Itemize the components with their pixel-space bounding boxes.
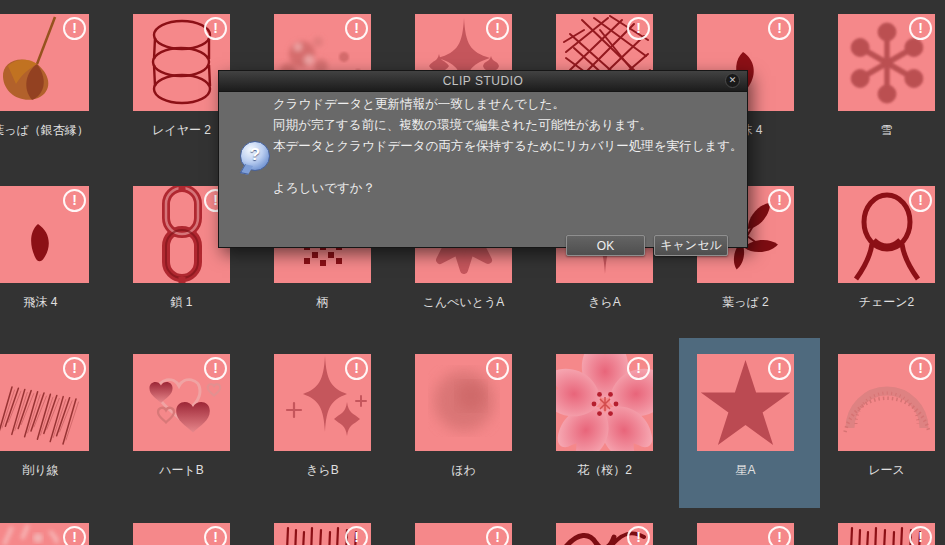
message-line: 本データとクラウドデータの両方を保持するためにリカバリー処理を実行します。	[273, 136, 743, 157]
material-thumbnail[interactable]: !	[838, 354, 935, 451]
warning-exclamation-icon: !	[627, 357, 650, 380]
material-label: 星A	[697, 462, 794, 479]
message-line	[273, 157, 743, 178]
warning-exclamation-icon: !	[63, 526, 86, 545]
material-cell[interactable]: !飛沫 4	[0, 170, 115, 340]
dialog-titlebar[interactable]: CLIP STUDIO ✕	[219, 71, 747, 92]
material-thumbnail[interactable]: !	[838, 14, 935, 111]
material-thumbnail[interactable]: !	[697, 354, 794, 451]
warning-exclamation-icon: !	[63, 357, 86, 380]
material-cell[interactable]: !	[538, 507, 679, 545]
material-label: チェーン2	[838, 294, 935, 311]
warning-exclamation-icon: !	[486, 526, 509, 545]
message-line: よろしいですか？	[273, 178, 743, 199]
material-label: 鎖 1	[133, 294, 230, 311]
material-cell[interactable]: !	[0, 507, 115, 545]
material-thumbnail[interactable]: !	[838, 523, 935, 545]
material-thumbnail[interactable]: !	[133, 354, 230, 451]
warning-exclamation-icon: !	[768, 357, 791, 380]
material-thumbnail[interactable]: !	[556, 523, 653, 545]
close-button[interactable]: ✕	[725, 73, 740, 88]
material-label: 葉っぱ（銀杏縁）	[0, 122, 89, 139]
warning-exclamation-icon: !	[768, 17, 791, 40]
material-cell[interactable]: !	[256, 507, 397, 545]
warning-exclamation-icon: !	[204, 526, 227, 545]
material-label: 柄	[274, 294, 371, 311]
material-thumbnail[interactable]: !	[133, 14, 230, 111]
material-thumbnail[interactable]: !	[133, 186, 230, 283]
warning-exclamation-icon: !	[768, 189, 791, 212]
material-thumbnail[interactable]: !	[274, 354, 371, 451]
dialog-title: CLIP STUDIO	[443, 74, 524, 88]
material-cell[interactable]: !ほわ	[397, 338, 538, 508]
material-cell[interactable]: !葉っぱ（銀杏縁）	[0, 0, 115, 168]
material-thumbnail[interactable]: !	[415, 523, 512, 545]
material-label: 雪	[838, 122, 935, 139]
material-label: レイヤー 2	[133, 122, 230, 139]
material-label: 葉っぱ 2	[697, 294, 794, 311]
material-label: 飛沫 4	[0, 294, 89, 311]
material-cell[interactable]: !チェーン2	[820, 170, 945, 340]
material-label: 削り線	[0, 462, 89, 479]
material-cell[interactable]: !レース	[820, 338, 945, 508]
dialog-message: クラウドデータと更新情報が一致しませんでした。 同期が完了する前に、複数の環境で…	[273, 94, 743, 199]
warning-exclamation-icon: !	[204, 17, 227, 40]
material-thumbnail[interactable]: !	[0, 14, 89, 111]
warning-exclamation-icon: !	[909, 526, 932, 545]
material-thumbnail[interactable]: !	[697, 523, 794, 545]
warning-exclamation-icon: !	[768, 526, 791, 545]
material-label: きらB	[274, 462, 371, 479]
material-thumbnail[interactable]: !	[415, 354, 512, 451]
material-cell[interactable]: !きらB	[256, 338, 397, 508]
material-cell[interactable]: !削り線	[0, 338, 115, 508]
clip-studio-dialog: CLIP STUDIO ✕ ? クラウドデータと更新情報が一致しませんでした。 …	[218, 70, 748, 248]
material-label: きらA	[556, 294, 653, 311]
warning-exclamation-icon: !	[486, 357, 509, 380]
material-cell[interactable]: !雪	[820, 0, 945, 168]
warning-exclamation-icon: !	[627, 17, 650, 40]
warning-exclamation-icon: !	[486, 17, 509, 40]
material-thumbnail[interactable]: !	[0, 523, 89, 545]
material-label: ハートB	[133, 462, 230, 479]
material-thumbnail[interactable]: !	[274, 523, 371, 545]
warning-exclamation-icon: !	[63, 17, 86, 40]
material-cell-selected[interactable]: !星A	[679, 338, 820, 508]
close-icon: ✕	[729, 75, 737, 85]
material-cell[interactable]: !	[397, 507, 538, 545]
material-label: こんぺいとうA	[415, 294, 512, 311]
question-mark-icon: ?	[240, 141, 270, 171]
material-thumbnail[interactable]: !	[838, 186, 935, 283]
material-cell[interactable]: !花（桜）2	[538, 338, 679, 508]
warning-exclamation-icon: !	[909, 357, 932, 380]
material-thumbnail[interactable]: !	[0, 354, 89, 451]
material-label: レース	[838, 462, 935, 479]
material-label: 花（桜）2	[556, 462, 653, 479]
warning-exclamation-icon: !	[204, 357, 227, 380]
message-line: 同期が完了する前に、複数の環境で編集された可能性があります。	[273, 115, 743, 136]
cancel-button[interactable]: キャンセル	[654, 235, 728, 256]
material-label: ほわ	[415, 462, 512, 479]
warning-exclamation-icon: !	[345, 357, 368, 380]
warning-exclamation-icon: !	[909, 189, 932, 212]
material-thumbnail[interactable]: !	[556, 354, 653, 451]
ok-button[interactable]: OK	[566, 235, 645, 256]
warning-exclamation-icon: !	[345, 526, 368, 545]
warning-exclamation-icon: !	[345, 17, 368, 40]
material-cell[interactable]: !ハートB	[115, 338, 256, 508]
warning-exclamation-icon: !	[627, 526, 650, 545]
material-cell[interactable]: !	[679, 507, 820, 545]
material-thumbnail[interactable]: !	[0, 186, 89, 283]
material-cell[interactable]: !	[115, 507, 256, 545]
material-cell[interactable]: !	[820, 507, 945, 545]
clip-studio-material-window: !葉っぱ（銀杏縁） !レイヤー 2 !!!!飛沫 4!雪!飛沫 4 !鎖 1!柄…	[0, 0, 945, 545]
warning-exclamation-icon: !	[909, 17, 932, 40]
material-thumbnail[interactable]: !	[133, 523, 230, 545]
warning-exclamation-icon: !	[63, 189, 86, 212]
message-line: クラウドデータと更新情報が一致しませんでした。	[273, 94, 743, 115]
